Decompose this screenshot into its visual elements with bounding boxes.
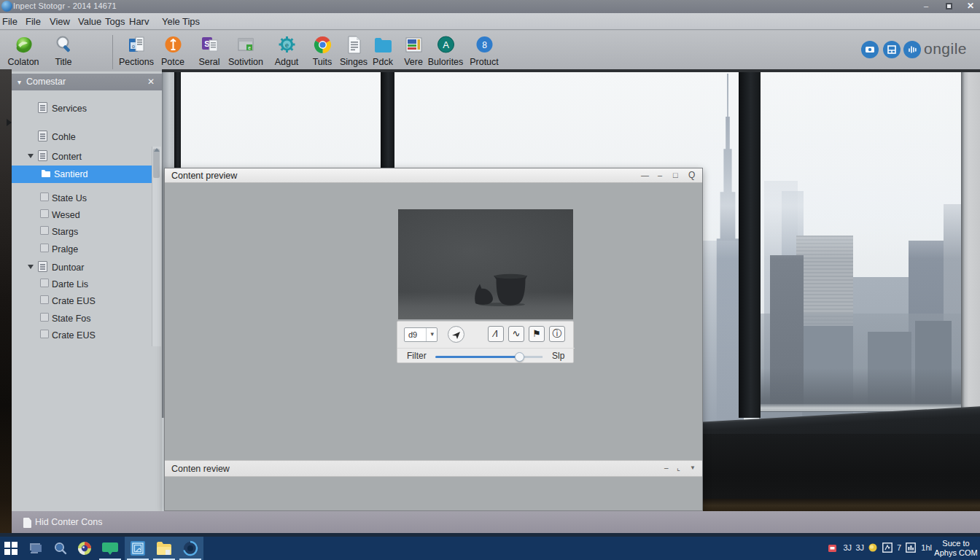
svg-text:A: A	[443, 39, 449, 50]
svg-text:o: o	[132, 44, 135, 49]
svg-text:e: e	[284, 42, 288, 49]
svg-text:e: e	[248, 45, 251, 50]
svg-text:8: 8	[482, 40, 487, 50]
